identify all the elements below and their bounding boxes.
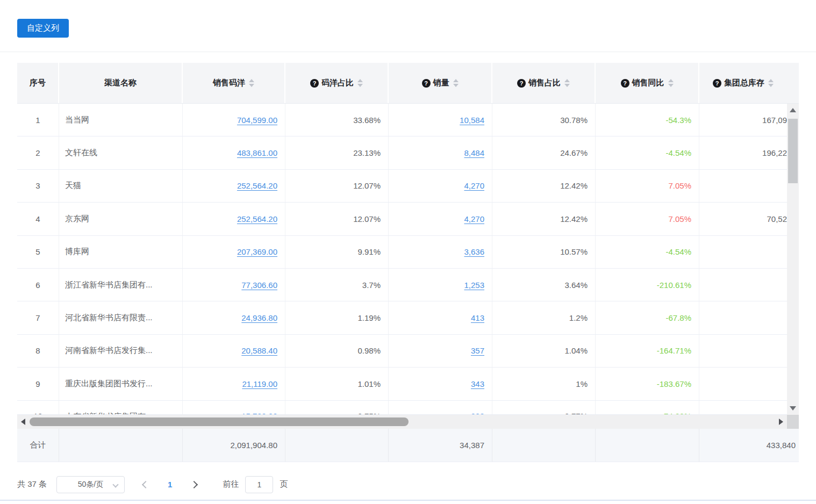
amount-share: 0.75%	[285, 401, 389, 414]
sales-amount-cell-link[interactable]: 704,599.00	[237, 116, 277, 125]
channel-name: 京东网	[59, 203, 183, 235]
volume-cell-link[interactable]: 8,484	[464, 148, 484, 157]
column-header-5[interactable]: ?销量	[389, 63, 492, 103]
horizontal-scrollbar[interactable]	[17, 415, 799, 429]
yoy-value: -54.3%	[596, 104, 699, 136]
column-header-label: 渠道名称	[104, 78, 137, 88]
yoy-value: -183.67%	[596, 368, 699, 400]
sales-amount-cell-link[interactable]: 24,936.80	[241, 313, 277, 322]
sort-icon[interactable]	[357, 79, 363, 87]
volume-cell-link[interactable]: 357	[471, 346, 484, 355]
yoy-value: -4.54%	[596, 136, 699, 169]
column-header-4[interactable]: ?码洋占比	[285, 63, 389, 103]
volume-cell-link[interactable]: 343	[471, 379, 484, 388]
sales-channel-table: 序号渠道名称销售码洋?码洋占比?销量?销售占比?销售同比?集团总库存 1当当网7…	[17, 63, 799, 462]
yoy-value: -164.71%	[596, 335, 699, 367]
prev-page-button[interactable]	[142, 480, 149, 488]
volume-cell: 3,636	[389, 236, 492, 268]
sales-amount-cell-link[interactable]: 252,564.20	[237, 181, 277, 190]
current-page-number[interactable]: 1	[168, 480, 172, 489]
sales-amount-cell: 77,306.60	[183, 269, 285, 301]
vertical-scrollbar[interactable]	[787, 104, 799, 415]
yoy-value: -4.54%	[596, 236, 699, 268]
sales-amount-cell-link[interactable]: 252,564.20	[237, 214, 277, 224]
sales-amount-cell-link[interactable]: 77,306.60	[241, 280, 277, 290]
sort-icon[interactable]	[453, 79, 459, 87]
table-row: 2文轩在线483,861.0023.13%8,48424.67%-4.54%19…	[17, 136, 799, 169]
customize-columns-button[interactable]: 自定义列	[17, 19, 69, 38]
amount-share: 12.07%	[285, 170, 389, 202]
volume-cell-link[interactable]: 10,584	[460, 116, 484, 125]
total-empty-cell	[492, 429, 596, 462]
volume-share: 1.04%	[492, 335, 596, 367]
inventory-value	[699, 170, 799, 202]
yoy-value: -74.33%	[596, 401, 699, 414]
table-row: 6浙江省新华书店集团有...77,306.603.7%1,2533.64%-21…	[17, 269, 799, 301]
volume-cell-link[interactable]: 3,636	[464, 247, 484, 256]
yoy-value: -210.61%	[596, 269, 699, 301]
row-index: 6	[17, 269, 59, 301]
sort-icon[interactable]	[249, 79, 254, 87]
table-header-row: 序号渠道名称销售码洋?码洋占比?销量?销售占比?销售同比?集团总库存	[17, 63, 799, 104]
sort-icon[interactable]	[768, 79, 774, 87]
help-icon[interactable]: ?	[621, 79, 629, 88]
help-icon[interactable]: ?	[422, 79, 431, 88]
total-row: 合计 2,091,904.80 34,387 433,840	[17, 429, 799, 462]
help-icon[interactable]: ?	[310, 79, 319, 88]
scroll-down-icon	[790, 406, 796, 411]
table-row: 9重庆出版集团图书发行...21,119.001.01%3431%-183.67…	[17, 368, 799, 400]
column-header-3[interactable]: 销售码洋	[183, 63, 285, 103]
sales-amount-cell-link[interactable]: 483,861.00	[237, 148, 277, 157]
column-header-8[interactable]: ?集团总库存	[699, 63, 799, 103]
scroll-down-button[interactable]	[787, 403, 799, 414]
volume-cell: 10,584	[389, 104, 492, 136]
toolbar-divider	[0, 52, 816, 52]
scroll-up-button[interactable]	[787, 105, 799, 116]
sort-icon[interactable]	[668, 79, 674, 87]
scroll-right-icon	[779, 419, 783, 425]
sales-amount-cell-link[interactable]: 21,119.00	[242, 379, 277, 388]
volume-cell-link[interactable]: 4,270	[464, 214, 484, 224]
scroll-right-button[interactable]	[776, 415, 786, 429]
vertical-scrollbar-thumb[interactable]	[788, 119, 798, 183]
volume-cell: 343	[389, 368, 492, 400]
help-icon[interactable]: ?	[713, 79, 721, 88]
row-index: 3	[17, 170, 59, 202]
column-header-label: 销售码洋	[213, 78, 245, 88]
volume-cell-link[interactable]: 413	[471, 313, 484, 322]
scroll-left-button[interactable]	[18, 415, 28, 429]
total-empty-cell	[596, 429, 699, 462]
page: { "colors": { "primary_button": "#1778d9…	[0, 0, 816, 504]
channel-name: 博库网	[59, 236, 183, 268]
channel-name: 河南省新华书店发行集...	[59, 335, 183, 367]
inventory-value	[699, 335, 799, 367]
volume-share: 24.67%	[492, 136, 596, 169]
sales-amount-cell: 252,564.20	[183, 170, 285, 202]
column-header-7[interactable]: ?销售同比	[596, 63, 699, 103]
goto-page-input[interactable]	[245, 476, 273, 493]
table-row: 3天猫252,564.2012.07%4,27012.42%7.05%	[17, 170, 799, 203]
next-page-button[interactable]	[190, 480, 198, 488]
amount-share: 0.98%	[285, 335, 389, 367]
total-label: 合计	[17, 429, 59, 462]
volume-cell: 4,270	[389, 203, 492, 235]
pagination: 共 37 条 50条/页 1 前往 页	[17, 476, 799, 493]
channel-name: 文轩在线	[59, 136, 183, 169]
sales-amount-cell: 207,369.00	[183, 236, 285, 268]
horizontal-scrollbar-thumb[interactable]	[30, 417, 409, 426]
chevron-down-icon	[112, 481, 118, 487]
amount-share: 1.01%	[285, 368, 389, 400]
sales-amount-cell: 252,564.20	[183, 203, 285, 235]
channel-name: 重庆出版集团图书发行...	[59, 368, 183, 400]
volume-cell-link[interactable]: 1,253	[464, 280, 484, 290]
horizontal-scrollbar-track[interactable]	[17, 415, 787, 429]
page-size-value: 50条/页	[78, 480, 103, 489]
sales-amount-cell-link[interactable]: 207,369.00	[237, 247, 277, 256]
sort-icon[interactable]	[564, 79, 570, 87]
column-header-6[interactable]: ?销售占比	[492, 63, 596, 103]
volume-cell-link[interactable]: 4,270	[464, 181, 484, 190]
table-row: 10山东省新华书店集团有...15,732.000.75%3080.77%-74…	[17, 401, 799, 415]
help-icon[interactable]: ?	[517, 79, 526, 88]
sales-amount-cell-link[interactable]: 20,588.40	[241, 346, 277, 355]
page-size-select[interactable]: 50条/页	[56, 476, 125, 493]
